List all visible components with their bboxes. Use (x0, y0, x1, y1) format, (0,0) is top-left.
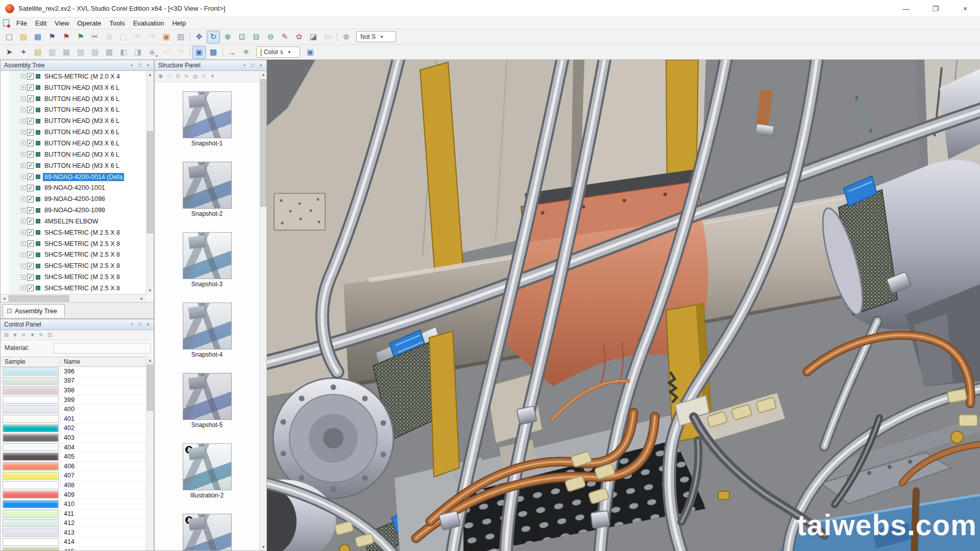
tree-item[interactable]: SHCS-METRIC (M 2.5 X 8 (1, 260, 146, 271)
color-set-dropdown[interactable]: [ Color s ▼ (256, 46, 300, 58)
visibility-checkbox[interactable] (27, 218, 34, 224)
visibility-checkbox[interactable] (27, 107, 34, 113)
tree-expander-icon[interactable] (21, 152, 26, 157)
visibility-checkbox[interactable] (27, 252, 34, 258)
tree-expander-icon[interactable] (21, 208, 26, 213)
toolbar-button[interactable]: ↶ ▼ (160, 46, 173, 59)
tree-item[interactable]: 89-NOAO-4200-0014 (Defa (1, 171, 146, 183)
snapshot-thumbnail[interactable] (183, 91, 232, 138)
tree-item[interactable]: BUTTON HEAD (M3 X 6 L (1, 93, 146, 105)
menu-item[interactable]: Evaluation (129, 18, 168, 28)
scrollbar-thumb[interactable] (147, 131, 153, 233)
scroll-up-icon[interactable] (146, 357, 154, 364)
mini-toolbar-icon[interactable]: ⊞ (2, 331, 11, 339)
mini-toolbar-icon[interactable]: ✎ (182, 72, 191, 81)
scroll-right-icon[interactable] (138, 295, 145, 302)
scroll-up-icon[interactable] (146, 71, 154, 78)
tree-item[interactable]: SHCS-METRIC (M 2.5 X 8 (1, 283, 146, 294)
toolbar-button[interactable]: ⊖ (264, 31, 277, 43)
table-row[interactable]: 413 (1, 528, 146, 538)
toolbar-button[interactable]: ⊚ (339, 31, 353, 43)
scroll-down-icon[interactable] (260, 543, 267, 550)
tree-expander-icon[interactable] (21, 219, 26, 223)
snapshot-thumbnail[interactable] (183, 443, 232, 490)
snapshot-thumbnail[interactable] (183, 373, 232, 420)
toolbar-button[interactable]: ▦ (31, 31, 44, 43)
tree-expander-icon[interactable] (21, 275, 26, 280)
tree-expander-icon[interactable] (21, 96, 26, 101)
tree-expander-icon[interactable] (21, 108, 26, 112)
window-control-button[interactable]: — (891, 0, 921, 17)
mini-toolbar-icon[interactable]: □ (165, 72, 174, 81)
scroll-down-icon[interactable] (146, 287, 154, 294)
panel-header-button[interactable]: □ (136, 62, 143, 69)
tree-horizontal-scrollbar[interactable] (1, 294, 146, 302)
scroll-up-icon[interactable] (260, 71, 267, 78)
mini-toolbar-icon[interactable]: ⊡ (45, 331, 54, 339)
scrollbar-thumb[interactable] (9, 295, 69, 302)
mini-toolbar-icon[interactable]: ≡ (19, 331, 28, 339)
snapshot-thumbnail[interactable] (183, 514, 232, 550)
visibility-checkbox[interactable] (27, 73, 34, 80)
tree-expander-icon[interactable] (21, 197, 26, 202)
visibility-checkbox[interactable] (27, 95, 34, 102)
mini-toolbar-icon[interactable]: ▼ (28, 331, 37, 339)
3d-viewport[interactable]: 2 x taiwebs.com (267, 60, 980, 551)
menu-item[interactable]: Operate (73, 18, 105, 28)
table-row[interactable]: 414 (1, 538, 146, 547)
toolbar-button[interactable]: ◈ ▼ (145, 46, 159, 59)
tree-item[interactable]: BUTTON HEAD (M3 X 6 L (1, 138, 146, 149)
visibility-checkbox[interactable] (27, 207, 34, 214)
table-row[interactable]: 403 (1, 433, 146, 443)
toolbar-button[interactable]: ▦ ▼ (60, 46, 73, 59)
table-row[interactable]: 408 (1, 481, 146, 490)
material-input[interactable] (54, 343, 151, 354)
visibility-checkbox[interactable] (27, 173, 34, 180)
tree-item[interactable]: SHCS-METRIC (M 2.5 X 8 (1, 227, 146, 238)
visibility-checkbox[interactable] (27, 196, 34, 203)
toolbar-button[interactable] (188, 31, 192, 43)
visibility-checkbox[interactable] (27, 84, 34, 91)
visibility-checkbox[interactable] (27, 274, 34, 281)
panel-header-button[interactable]: × (257, 62, 264, 69)
visibility-checkbox[interactable] (27, 129, 34, 136)
toolbar-button[interactable]: ⊞ (103, 31, 116, 43)
toolbar-button[interactable] (335, 31, 339, 43)
toolbar-button[interactable]: ◪ (307, 31, 320, 43)
table-row[interactable]: 401 (1, 414, 146, 424)
table-row[interactable]: 411 (1, 509, 146, 519)
mini-toolbar-icon[interactable]: ⊟ (174, 72, 182, 81)
mini-toolbar-icon[interactable]: ▤ (191, 72, 200, 81)
tree-item[interactable]: SHCS-METRIC (M 2.0 X 4 (1, 71, 146, 82)
toolbar-button[interactable]: ▥ ▼ (45, 46, 59, 59)
panel-header-button[interactable]: □ (249, 62, 256, 69)
tree-expander-icon[interactable] (21, 163, 26, 168)
toolbar-button[interactable]: ↻ (207, 31, 220, 43)
table-row[interactable]: 407 (1, 471, 146, 481)
toolbar-button[interactable]: ✦ ▼ (17, 46, 30, 59)
toolbar-button[interactable]: ▢ (117, 31, 130, 43)
tree-item[interactable]: 89-NOAO-4200-1001 (1, 182, 146, 193)
snapshot-item[interactable] (183, 514, 232, 550)
snapshot-item[interactable]: Snapshot-5 (183, 373, 232, 429)
tree-item[interactable]: 89-NOAO-4200-1098 (1, 193, 146, 205)
table-row[interactable]: 412 (1, 519, 146, 529)
toolbar-button[interactable]: ▢ (3, 31, 16, 43)
visibility-checkbox[interactable] (27, 263, 34, 269)
snapshot-thumbnail[interactable] (183, 303, 232, 349)
toolbar-button[interactable]: ▭ (321, 31, 334, 43)
tree-expander-icon[interactable] (21, 74, 26, 79)
mini-toolbar-icon[interactable]: ⊕ (156, 72, 165, 81)
tree-expander-icon[interactable] (21, 186, 26, 190)
tree-item[interactable]: 89-NOAO-4200-1099 (1, 205, 146, 216)
toolbar-button[interactable]: ▩ ▼ (207, 46, 220, 59)
toolbar-button[interactable]: ⚑ (74, 31, 87, 43)
visibility-checkbox[interactable] (27, 162, 34, 169)
tree-item[interactable]: SHCS-METRIC (M 2.5 X 8 (1, 238, 146, 249)
toolbar-button[interactable]: ↶ (131, 31, 144, 43)
toolbar-button[interactable]: ▩ ▼ (103, 46, 116, 59)
tree-expander-icon[interactable] (21, 85, 26, 90)
window-control-button[interactable]: × (950, 0, 980, 17)
structure-panel-scrollbar[interactable] (259, 71, 266, 550)
toolbar-button[interactable]: → ▼ (225, 46, 238, 59)
